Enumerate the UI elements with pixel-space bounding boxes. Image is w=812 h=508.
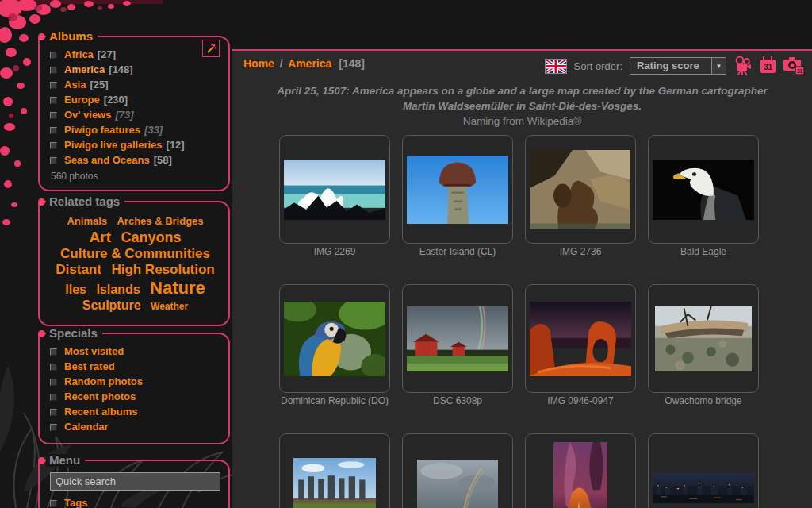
bullet-icon [50, 424, 57, 431]
photo-moai-row [293, 458, 376, 508]
thumbnail-item: Owachomo bridge [648, 284, 759, 408]
tag-distant[interactable]: Distant [56, 262, 102, 277]
photo-thumbnail-dominican-republic[interactable] [279, 284, 390, 393]
bullet-icon [50, 82, 57, 89]
album-item-europe[interactable]: Europe [230] [50, 93, 220, 107]
specials-item-recent-albums[interactable]: Recent albums [50, 405, 220, 419]
specials-item-recent-photos[interactable]: Recent photos [50, 390, 220, 404]
bullet-icon [50, 97, 57, 104]
bullet-icon [50, 379, 57, 386]
album-item-africa[interactable]: Africa [27] [50, 48, 220, 62]
photo-thumbnail-img-2736[interactable] [525, 135, 636, 244]
thumbnail-item [402, 433, 513, 508]
sort-order-value: Rating score [630, 58, 711, 74]
photo-thumbnail-img-2269[interactable] [279, 135, 390, 244]
thumbnail-item [279, 433, 390, 508]
menu-item-tags[interactable]: Tags [50, 496, 220, 508]
sort-order-label: Sort order: [574, 60, 622, 72]
bullet-icon [50, 112, 57, 119]
specials-item-best-rated[interactable]: Best rated [50, 360, 220, 374]
specials-title: Specials [46, 327, 102, 340]
bullet-icon [50, 127, 57, 134]
menu-body: Tags [38, 460, 230, 508]
bullet-icon [50, 52, 57, 59]
bullet-icon [50, 142, 57, 149]
tag-sculpture[interactable]: Sculpture [82, 298, 141, 312]
specials-item-random-photos[interactable]: Random photos [50, 375, 220, 389]
thumbnail-item [648, 433, 759, 508]
album-item-ov-views[interactable]: Ov' views [73] [50, 108, 220, 122]
album-item-asia[interactable]: Asia [25] [50, 78, 220, 92]
photo-thumbnail-moai-row[interactable] [279, 433, 390, 508]
quick-search-input[interactable] [50, 472, 220, 491]
thumbnail-item: DSC 6308p [402, 284, 513, 408]
album-item-america[interactable]: America [148] [50, 63, 220, 77]
breadcrumb-current-album[interactable]: America [288, 57, 331, 70]
photo-label: Bald Eagle [648, 246, 759, 259]
thumbnail-item: Bald Eagle [648, 135, 759, 259]
thumbnail-item: Dominican Republic (DO) [279, 284, 390, 408]
photo-bald-eagle [653, 160, 754, 220]
photo-rainbow-sky [417, 460, 498, 508]
album-item-piwigo-features[interactable]: Piwigo features [33] [50, 123, 220, 137]
breadcrumb-separator: / [278, 57, 285, 70]
thumbnail-item [525, 433, 636, 508]
breadcrumb-home-link[interactable]: Home [243, 57, 274, 70]
tag-arches-bridges[interactable]: Arches & Bridges [117, 215, 203, 227]
tag-weather[interactable]: Weather [151, 301, 188, 312]
album-description-text: April 25, 1507: America appears on a glo… [260, 84, 784, 114]
photo-thumbnail-night-skyline[interactable] [648, 433, 759, 508]
total-photos-count: 560 photos [50, 171, 220, 182]
section-dot [38, 33, 45, 40]
piwigo-gallery-page: { "colors":{"accent_pink":"#d53a66","acc… [0, 0, 812, 508]
tag-culture-communities[interactable]: Culture & Communities [60, 246, 210, 261]
photo-label: IMG 2269 [279, 246, 390, 259]
tag-art[interactable]: Art [90, 229, 111, 245]
photo-thumbnail-antelope-canyon[interactable] [525, 433, 636, 508]
tag-cloud: Animals Arches & Bridges Art Canyons Cul… [50, 212, 220, 317]
albums-header: Albums [38, 30, 230, 43]
specials-body: Most visited Best rated Random photos Re… [38, 333, 230, 444]
photo-label: Owachomo bridge [648, 395, 759, 408]
photo-antelope-canyon [553, 442, 607, 508]
bullet-icon [50, 67, 57, 74]
tag-iles[interactable]: Iles [65, 283, 86, 296]
photo-thumbnail-rainbow[interactable] [402, 433, 513, 508]
thumbnail-item: IMG 2269 [279, 135, 390, 259]
tag-nature[interactable]: Nature [150, 278, 205, 298]
photo-thumbnail-img-0946-0947[interactable] [525, 284, 636, 393]
tag-high-resolution[interactable]: High Resolution [111, 262, 214, 277]
photo-thumbnail-dsc-6308p[interactable] [402, 284, 513, 393]
photo-brown-bears [530, 150, 630, 229]
photo-label: Dominican Republic (DO) [279, 395, 390, 408]
album-item-piwigo-live-galleries[interactable]: Piwigo live galleries [12] [50, 138, 220, 152]
photo-thumbnail-bald-eagle[interactable] [648, 135, 759, 244]
specials-item-most-visited[interactable]: Most visited [50, 344, 220, 359]
sort-order-select[interactable]: Rating score ▼ [630, 57, 726, 75]
bullet-icon [50, 364, 57, 371]
photo-label: IMG 2736 [525, 246, 636, 259]
tag-canyons[interactable]: Canyons [121, 229, 181, 245]
photo-thumbnail-easter-island[interactable] [402, 135, 513, 244]
specials-item-calendar[interactable]: Calendar [50, 420, 220, 434]
photo-delicate-arch [530, 302, 631, 376]
movie-camera-icon[interactable] [733, 56, 753, 76]
albums-body: Africa [27] America [148] Asia [25] Euro… [38, 36, 230, 191]
photo-moai-statue [407, 156, 508, 224]
calendar-posted-icon[interactable]: 31 [783, 56, 805, 75]
photo-red-barn-rainbow [407, 306, 508, 371]
bullet-icon [50, 500, 57, 507]
tag-animals[interactable]: Animals [67, 215, 107, 227]
tag-islands[interactable]: Islands [96, 283, 140, 296]
album-description: April 25, 1507: America appears on a glo… [260, 84, 784, 129]
specials-header: Specials [38, 327, 230, 340]
album-item-seas-and-oceans[interactable]: Seas and Oceans [58] [50, 153, 220, 167]
chevron-down-icon[interactable]: ▼ [711, 58, 726, 74]
calendar-created-icon[interactable]: 31 [760, 56, 776, 75]
photo-label: IMG 0946-0947 [525, 395, 636, 408]
uk-flag-icon[interactable] [545, 59, 567, 74]
photo-thumbnail-owachomo-bridge[interactable] [648, 284, 759, 393]
bullet-icon [50, 348, 57, 356]
menu-section: Menu Tags [38, 454, 230, 508]
section-dot [38, 330, 45, 337]
